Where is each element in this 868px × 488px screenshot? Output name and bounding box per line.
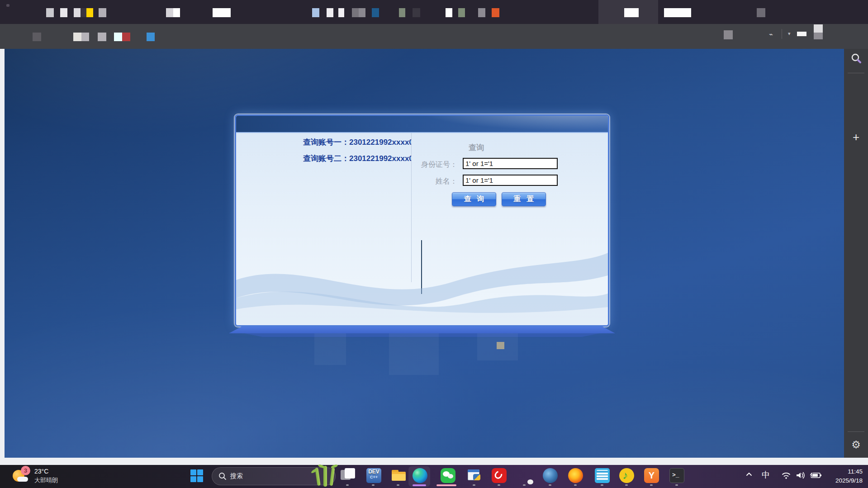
rail-divider — [848, 73, 864, 73]
running-dot — [397, 484, 399, 486]
tab-favicon[interactable] — [352, 8, 359, 17]
terminal-icon[interactable]: >_ — [669, 468, 684, 483]
tab-favicon[interactable] — [213, 8, 231, 17]
edge-browser-icon[interactable] — [413, 468, 427, 483]
running-dot — [675, 484, 678, 486]
tab-favicon[interactable] — [74, 8, 81, 17]
name-input[interactable] — [463, 175, 558, 186]
taskbar-search[interactable]: 搜索 — [212, 467, 336, 485]
task-view-button[interactable] — [341, 468, 356, 483]
tab-favicon[interactable] — [86, 8, 93, 17]
ime-indicator[interactable]: 中 — [762, 469, 770, 480]
clock-time: 11:45 — [835, 467, 863, 476]
gear-icon[interactable]: ⚙ — [844, 439, 868, 451]
bookmark-favicon[interactable] — [81, 33, 89, 41]
tab-favicon[interactable] — [478, 8, 485, 17]
start-button[interactable] — [190, 469, 203, 482]
music-note-icon: ♪ — [622, 469, 628, 482]
bookmark-favicon[interactable] — [797, 32, 806, 36]
tab-favicon[interactable] — [60, 8, 67, 17]
running-dot — [549, 484, 551, 486]
bookmark-favicon[interactable] — [98, 33, 106, 41]
profile-button[interactable] — [814, 24, 823, 39]
running-dot — [601, 484, 603, 486]
running-dot — [574, 484, 577, 486]
clock-date: 2025/9/18 — [835, 476, 863, 485]
start-pane — [197, 469, 203, 475]
tab-favicon[interactable] — [664, 8, 691, 17]
query-account-2: 查询账号二：2301221992xxxx005 — [303, 153, 411, 163]
y-app-icon[interactable]: Y — [644, 468, 659, 483]
query-dialog: 查询账号一：2301221992xxxx005 查询账号二：2301221992… — [235, 114, 609, 327]
tab-favicon[interactable] — [458, 8, 465, 17]
stray-square — [497, 342, 504, 349]
running-dot — [372, 484, 375, 486]
reset-button[interactable]: 重置 — [502, 192, 546, 206]
start-pane — [190, 469, 196, 475]
bookmark-favicon[interactable] — [73, 33, 81, 41]
running-dot — [650, 484, 653, 486]
tab-favicon[interactable] — [166, 8, 173, 17]
id-number-input[interactable] — [463, 158, 558, 169]
dialog-header — [236, 116, 608, 132]
weather-widget[interactable]: 3 23°C 大部晴朗 — [6, 468, 97, 486]
python-ide-icon[interactable] — [467, 468, 482, 483]
netease-music-icon[interactable] — [492, 468, 507, 483]
tab-favicon[interactable] — [173, 8, 180, 17]
bookmark-favicon[interactable] — [724, 30, 733, 39]
tab-favicon[interactable] — [81, 8, 86, 17]
share-bubble — [527, 479, 533, 484]
running-dot — [473, 484, 475, 486]
tab-favicon[interactable] — [446, 8, 452, 17]
reflection — [314, 333, 346, 365]
notepad-icon[interactable] — [595, 468, 610, 483]
query-button[interactable]: 查询 — [452, 192, 496, 206]
hidden-icons-chevron[interactable] — [745, 471, 753, 478]
wechat-bubble-small — [448, 474, 453, 479]
tab-favicon[interactable] — [413, 8, 420, 17]
notepad-page — [597, 470, 608, 480]
screen-share-icon[interactable] — [517, 468, 532, 483]
tab-favicon[interactable] — [492, 8, 499, 17]
running-dot — [625, 484, 628, 486]
tab-favicon[interactable] — [46, 8, 54, 17]
chevron-down-icon[interactable]: ▾ — [788, 31, 791, 37]
condition-text: 大部晴朗 — [34, 476, 58, 484]
bookmark-favicon[interactable] — [33, 33, 41, 41]
tab-favicon[interactable] — [327, 8, 333, 17]
firefox-icon[interactable] — [568, 468, 583, 483]
running-dot — [498, 484, 500, 486]
dev-cpp-app-icon[interactable]: DEV C++ — [366, 468, 381, 483]
search-icon[interactable] — [850, 52, 862, 64]
qq-music-icon[interactable]: ♪ — [619, 468, 634, 483]
dev-label: DEV — [366, 468, 381, 475]
tab-favicon[interactable] — [99, 8, 106, 17]
battery-charging-icon[interactable] — [809, 471, 822, 480]
volume-icon[interactable] — [795, 471, 806, 480]
bookmark-favicon[interactable] — [114, 33, 122, 41]
tab-favicon[interactable] — [624, 8, 639, 17]
share-arrow-icon[interactable]: ⌁ — [769, 30, 773, 38]
browser-tab-strip — [0, 0, 868, 24]
blue-orb-app-icon[interactable] — [543, 468, 558, 483]
file-explorer-icon[interactable] — [391, 468, 406, 483]
dialog-pedestal — [229, 327, 615, 333]
tab-favicon[interactable] — [399, 8, 405, 17]
profile-base — [814, 33, 823, 39]
tab-favicon[interactable] — [312, 8, 319, 17]
add-icon[interactable]: + — [844, 130, 868, 144]
bookmark-favicon[interactable] — [147, 33, 155, 41]
tab-favicon[interactable] — [757, 8, 765, 17]
profile-avatar — [814, 24, 823, 33]
tab-favicon[interactable] — [372, 8, 379, 17]
toolbar-divider — [782, 29, 782, 39]
tab-favicon[interactable] — [359, 8, 365, 17]
clock[interactable]: 11:45 2025/9/18 — [835, 467, 863, 485]
wechat-icon[interactable] — [441, 468, 455, 483]
tab-favicon[interactable] — [338, 8, 344, 17]
wifi-icon[interactable] — [781, 471, 792, 480]
bookmark-favicon[interactable] — [122, 33, 130, 41]
cpp-label: C++ — [366, 475, 381, 479]
search-icon — [218, 472, 227, 480]
netease-ring — [493, 469, 503, 480]
